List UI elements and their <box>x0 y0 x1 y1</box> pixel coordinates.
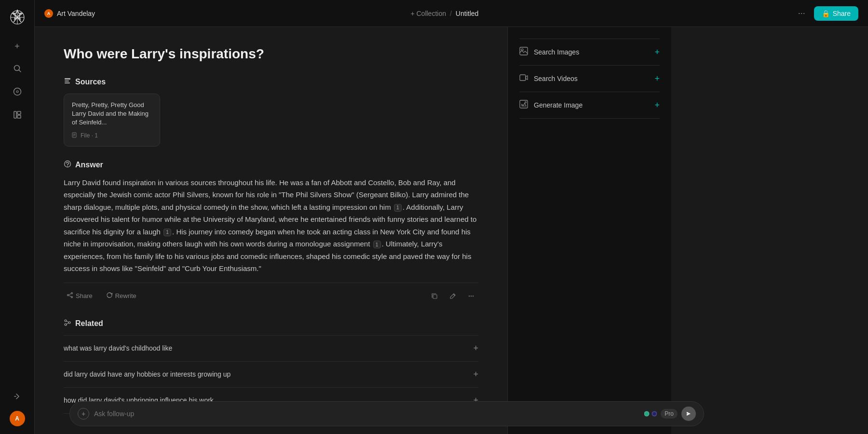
svg-line-6 <box>19 70 21 72</box>
share-label: Share <box>833 10 851 17</box>
svg-point-32 <box>65 320 67 322</box>
svg-rect-44 <box>520 100 528 108</box>
citation-2[interactable]: 1 <box>163 229 171 236</box>
followup-logo-icon <box>644 408 657 420</box>
svg-point-24 <box>71 297 73 298</box>
source-card[interactable]: Pretty, Pretty, Pretty Good Larry David … <box>64 94 160 147</box>
svg-line-26 <box>68 296 71 297</box>
search-images-plus: + <box>654 47 660 57</box>
related-item-plus-2: + <box>473 369 478 380</box>
share-answer-label: Share <box>76 292 93 299</box>
more-answer-button[interactable] <box>464 289 478 303</box>
svg-rect-13 <box>65 78 70 80</box>
followup-add-button[interactable]: + <box>78 408 89 420</box>
collapse-sidebar-button[interactable] <box>8 388 27 407</box>
main-wrapper: A Art Vandelay + Collection / Untitled ·… <box>35 0 868 434</box>
svg-rect-15 <box>65 82 70 83</box>
svg-line-35 <box>66 321 68 322</box>
answer-section: Answer Larry David found inspiration in … <box>64 160 478 303</box>
user-name: Art Vandelay <box>57 10 95 17</box>
citation-1[interactable]: 1 <box>394 204 402 212</box>
svg-point-42 <box>521 49 523 51</box>
svg-rect-43 <box>520 75 526 81</box>
svg-rect-11 <box>17 115 21 118</box>
arrow-right-icon <box>14 393 21 403</box>
copy-button[interactable] <box>427 289 442 303</box>
generate-image-plus: + <box>654 100 660 110</box>
rewrite-icon <box>106 292 113 300</box>
more-options-button[interactable]: ··· <box>794 6 809 20</box>
new-chat-button[interactable]: + <box>8 37 27 56</box>
related-header: Related <box>64 319 478 328</box>
collection-link[interactable]: + Collection <box>410 10 446 17</box>
edit-button[interactable] <box>446 289 460 303</box>
related-item-1[interactable]: what was larry david's childhood like + <box>64 335 478 362</box>
related-section: Related what was larry david's childhood… <box>64 319 478 414</box>
rewrite-button[interactable]: Rewrite <box>103 290 139 302</box>
sources-section: Sources Pretty, Pretty, Pretty Good Larr… <box>64 77 478 147</box>
header-actions: ··· 🔒 Share <box>794 6 858 21</box>
followup-input[interactable] <box>94 410 639 418</box>
share-button[interactable]: 🔒 Share <box>814 6 858 21</box>
followup-icons: Pro <box>644 407 696 421</box>
svg-point-40 <box>653 412 656 415</box>
related-icon <box>64 319 71 328</box>
related-item-text-2: did larry david have any hobbies or inte… <box>64 370 231 378</box>
sources-icon <box>64 77 71 87</box>
answer-text: Larry David found inspiration in various… <box>64 176 478 275</box>
svg-point-23 <box>68 295 69 296</box>
search-videos-label: Search Videos <box>534 75 578 82</box>
svg-point-33 <box>68 322 70 324</box>
search-images-icon <box>519 47 528 57</box>
action-bar-left: Share Rewrite <box>64 290 139 302</box>
svg-line-25 <box>68 294 71 295</box>
search-images-label: Search Images <box>534 48 579 56</box>
file-icon <box>72 132 78 139</box>
sidebar: + <box>0 0 35 434</box>
library-icon <box>13 110 22 122</box>
svg-line-36 <box>66 323 68 324</box>
svg-rect-27 <box>433 295 437 298</box>
search-images-item[interactable]: Search Images + <box>519 39 660 66</box>
lock-icon: 🔒 <box>822 10 830 17</box>
citation-3[interactable]: 1 <box>373 241 381 248</box>
svg-point-7 <box>14 88 21 95</box>
search-button[interactable] <box>8 60 27 79</box>
related-item-plus-1: + <box>473 343 478 353</box>
generate-image-left: Generate Image <box>519 100 583 110</box>
search-videos-plus: + <box>654 74 660 84</box>
followup-bar: + Pro <box>69 401 704 426</box>
source-card-title: Pretty, Pretty, Pretty Good Larry David … <box>72 101 152 127</box>
generate-image-icon <box>519 100 528 110</box>
share-answer-button[interactable]: Share <box>64 290 95 302</box>
right-sidebar: Search Images + Search Videos + <box>507 27 671 434</box>
answer-label: Answer <box>75 161 103 169</box>
breadcrumb-current: Untitled <box>456 10 478 17</box>
svg-point-30 <box>471 295 472 296</box>
search-images-left: Search Images <box>519 47 579 57</box>
sources-label: Sources <box>75 78 106 86</box>
send-followup-button[interactable] <box>681 407 696 421</box>
search-videos-left: Search Videos <box>519 73 578 84</box>
related-item-2[interactable]: did larry david have any hobbies or inte… <box>64 362 478 388</box>
compass-icon <box>13 87 22 98</box>
user-avatar[interactable]: A <box>10 411 25 426</box>
source-meta-text: File · 1 <box>81 132 98 139</box>
related-label: Related <box>75 319 103 328</box>
generate-image-item[interactable]: Generate Image + <box>519 92 660 119</box>
user-info: A Art Vandelay <box>44 9 95 18</box>
search-videos-item[interactable]: Search Videos + <box>519 66 660 92</box>
source-card-meta: File · 1 <box>72 132 152 139</box>
pro-badge: Pro <box>661 409 678 419</box>
svg-rect-9 <box>14 111 16 118</box>
answer-icon <box>64 160 71 170</box>
svg-point-22 <box>71 293 73 294</box>
app-logo[interactable] <box>8 8 27 27</box>
svg-point-8 <box>16 91 18 93</box>
sources-header: Sources <box>64 77 478 87</box>
main-content: Who were Larry's inspirations? Sources P… <box>35 27 507 434</box>
library-button[interactable] <box>8 106 27 125</box>
search-videos-icon <box>519 73 528 84</box>
share-icon <box>67 292 73 300</box>
discover-button[interactable] <box>8 83 27 102</box>
